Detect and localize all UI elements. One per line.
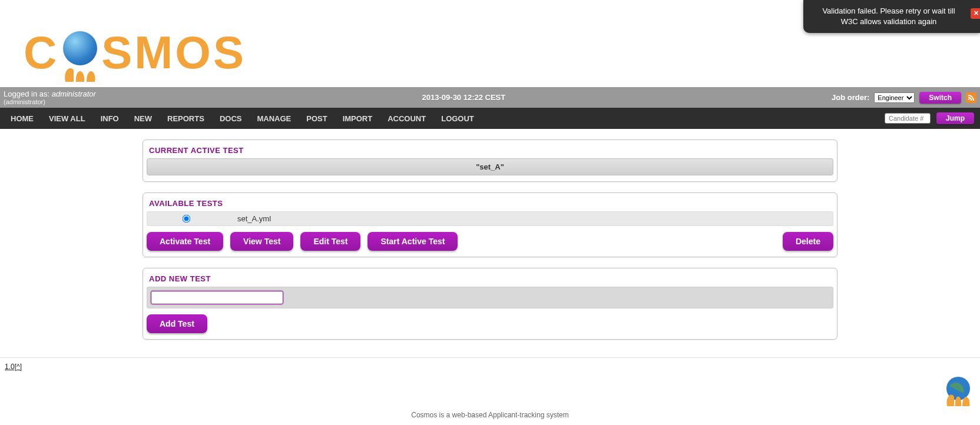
panel-title-add: ADD NEW TEST xyxy=(143,268,837,287)
nav-post[interactable]: POST xyxy=(306,114,327,123)
footer: 1.0[^] xyxy=(0,358,980,376)
switch-button[interactable]: Switch xyxy=(919,92,961,104)
datetime: 2013-09-30 12:22 CEST xyxy=(422,93,506,102)
add-test-button[interactable]: Add Test xyxy=(147,314,207,333)
nav-info[interactable]: INFO xyxy=(101,114,119,123)
panel-title-current: CURRENT ACTIVE TEST xyxy=(143,140,837,158)
login-info: Logged in as: administrator (administrat… xyxy=(4,89,96,105)
nav-list: HOME VIEW ALL INFO NEW REPORTS DOCS MANA… xyxy=(11,114,474,123)
topbar: Logged in as: administrator (administrat… xyxy=(0,87,980,108)
available-tests-panel: AVAILABLE TESTS set_A.yml Activate Test … xyxy=(143,192,837,257)
toast-message: Validation failed. Please retry or wait … xyxy=(822,6,955,26)
logo-text-smos: SMOS xyxy=(101,29,246,75)
nav-view-all[interactable]: VIEW ALL xyxy=(49,114,85,123)
rss-icon[interactable] xyxy=(966,92,976,103)
current-active-test-value: "set_A" xyxy=(147,158,833,175)
jump-button[interactable]: Jump xyxy=(936,112,974,124)
job-order-label: Job order: xyxy=(832,93,869,102)
panel-title-available: AVAILABLE TESTS xyxy=(143,193,837,211)
footer-globe-icon xyxy=(943,376,973,405)
footer-tagline: Cosmos is a web-based Applicant-tracking… xyxy=(0,411,980,419)
nav-logout[interactable]: LOGOUT xyxy=(441,114,474,123)
main-content: CURRENT ACTIVE TEST "set_A" AVAILABLE TE… xyxy=(143,140,837,340)
edit-test-button[interactable]: Edit Test xyxy=(300,232,360,251)
logged-in-prefix: Logged in as: xyxy=(4,89,52,98)
nav-reports[interactable]: REPORTS xyxy=(167,114,204,123)
main-nav: HOME VIEW ALL INFO NEW REPORTS DOCS MANA… xyxy=(0,108,980,129)
nav-manage[interactable]: MANAGE xyxy=(257,114,291,123)
start-active-test-button[interactable]: Start Active Test xyxy=(368,232,458,251)
test-radio[interactable] xyxy=(183,215,191,223)
nav-docs[interactable]: DOCS xyxy=(220,114,242,123)
cosmos-logo: C SMOS xyxy=(24,29,980,75)
current-active-test-panel: CURRENT ACTIVE TEST "set_A" xyxy=(143,140,837,182)
test-filename: set_A.yml xyxy=(237,214,271,223)
test-row: set_A.yml xyxy=(147,211,833,226)
nav-account[interactable]: ACCOUNT xyxy=(388,114,426,123)
activate-test-button[interactable]: Activate Test xyxy=(147,232,223,251)
globe-icon xyxy=(61,34,99,71)
version-link[interactable]: 1.0[^] xyxy=(5,363,22,371)
validation-toast: Validation failed. Please retry or wait … xyxy=(803,0,980,33)
nav-new[interactable]: NEW xyxy=(134,114,152,123)
username: administrator xyxy=(52,89,96,98)
new-test-name-input[interactable] xyxy=(151,291,283,304)
logo-text-c: C xyxy=(24,29,59,75)
candidate-number-input[interactable] xyxy=(885,113,931,124)
delete-button[interactable]: Delete xyxy=(783,232,833,251)
nav-home[interactable]: HOME xyxy=(11,114,34,123)
view-test-button[interactable]: View Test xyxy=(230,232,293,251)
close-icon[interactable]: ✕ xyxy=(971,8,980,19)
nav-import[interactable]: IMPORT xyxy=(343,114,373,123)
user-role: (administrator) xyxy=(4,98,96,105)
job-order-select[interactable]: Engineer xyxy=(874,92,915,103)
add-new-test-panel: ADD NEW TEST Add Test xyxy=(143,268,837,340)
